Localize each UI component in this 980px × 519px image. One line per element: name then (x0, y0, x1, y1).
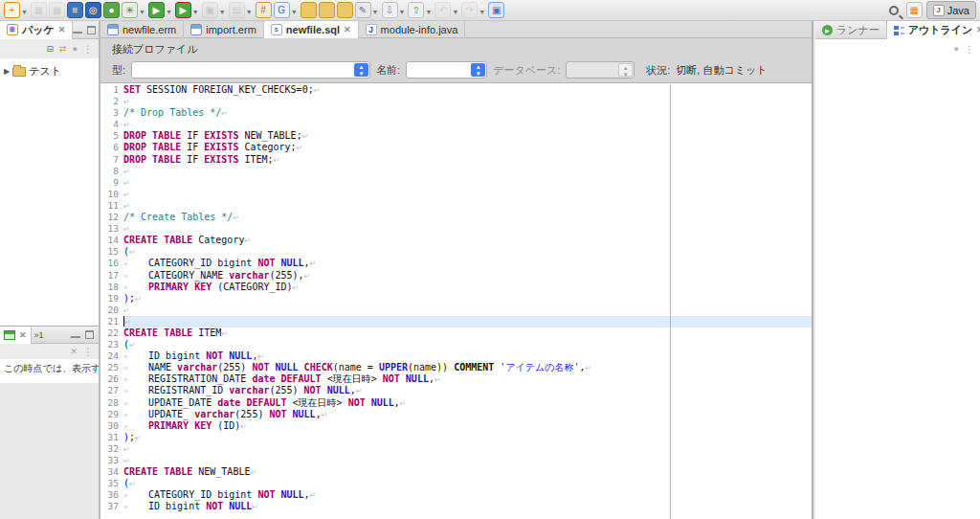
code-line[interactable]: 31);↵ (100, 432, 812, 443)
code-line[interactable]: 16»CATEGORY_ID bigint NOT NULL,↵ (100, 258, 812, 269)
view-menu-icon[interactable]: ⋮ (83, 44, 93, 55)
hidden-tabs-count[interactable]: »1 (34, 330, 44, 340)
code-line[interactable]: 18»PRIMARY KEY (CATEGORY_ID)↵ (100, 282, 812, 293)
update-icon[interactable]: ◎ (85, 2, 101, 18)
stepper-icon[interactable]: ▲▼ (471, 63, 485, 77)
annotate-icon[interactable]: ✎ (355, 2, 371, 18)
code-line[interactable]: 19);↵ (100, 293, 812, 305)
code-line[interactable]: 34CREATE TABLE NEW_TABLE↵ (100, 466, 812, 478)
dropdown-arrow-icon[interactable]: ▼ (372, 9, 379, 15)
dropdown-arrow-icon[interactable]: ▼ (291, 9, 298, 15)
minimize-icon[interactable] (73, 26, 82, 34)
code-line-content: /* Create Tables */↵ (123, 212, 812, 223)
code-line[interactable]: 25»NAME varchar(255) NOT NULL CHECK(name… (100, 362, 812, 373)
close-icon[interactable]: ✕ (19, 330, 27, 340)
code-line[interactable]: 8↵ (100, 166, 812, 177)
tree-item-project[interactable]: ▶ テスト (4, 64, 95, 79)
collapse-all-icon[interactable]: ⊟ (46, 44, 54, 54)
code-line[interactable]: 10↵ (100, 189, 812, 200)
chevron-right-icon[interactable]: ▶ (4, 67, 10, 76)
code-token: varchar (194, 409, 234, 419)
status-value: 切断, 自動コミット (676, 63, 767, 78)
code-line[interactable]: 11↵ (100, 200, 812, 212)
code-token: PRIMARY KEY (148, 282, 212, 292)
editor-tab-module-info-java[interactable]: Jmodule-info.java (359, 21, 466, 38)
maximize-icon[interactable] (87, 26, 96, 34)
code-line[interactable]: 7DROP TABLE IF EXISTS ITEM;↵ (100, 154, 812, 166)
open-type-icon[interactable] (301, 2, 317, 18)
editor-tab-newfile-erm[interactable]: newfile.erm (100, 21, 184, 38)
stepper-icon[interactable]: ▲▼ (354, 63, 368, 77)
task-icon[interactable]: ● (103, 2, 120, 18)
link-with-editor-icon[interactable]: ⇄ (59, 44, 67, 54)
sql-code-editor[interactable]: 1SET SESSION FOREIGN_KEY_CHECKS=0;↵2↵3/*… (100, 84, 812, 519)
view-menu-icon[interactable]: ⋮ (83, 347, 93, 357)
dropdown-arrow-icon[interactable]: ▼ (139, 9, 145, 15)
code-line[interactable]: 35(↵ (100, 478, 812, 489)
tab-outline[interactable]: アウトライン ✕ (887, 21, 980, 39)
tab-operations[interactable]: ✕ (0, 327, 32, 344)
code-line[interactable]: 13↵ (100, 223, 812, 235)
code-line[interactable]: 4↵ (100, 119, 812, 130)
maximize-icon[interactable] (85, 330, 94, 339)
dropdown-arrow-icon[interactable]: ▼ (166, 9, 172, 15)
code-line[interactable]: 24»ID bigint NOT NULL,↵ (100, 350, 812, 362)
dropdown-arrow-icon[interactable]: ▼ (192, 9, 199, 15)
tab-package-explorer[interactable]: ⊞ パッケ ✕ (0, 21, 73, 39)
code-line[interactable]: 36»CATEGORY_ID bigint NOT NULL,↵ (100, 489, 812, 501)
java-perspective-button[interactable]: J Java (926, 1, 976, 19)
code-line[interactable]: 5DROP TABLE IF EXISTS NEW_TABLE;↵ (100, 130, 812, 142)
view-menu-icon[interactable]: ⋮ (965, 44, 974, 55)
code-line[interactable]: 12/* Create Tables */↵ (100, 212, 812, 223)
code-line[interactable]: 37»ID bigint NOT NULL↵ (100, 501, 812, 512)
code-token: DEFAULT (281, 373, 322, 384)
code-line[interactable]: 20↵ (100, 305, 812, 316)
debug-icon[interactable]: ✳ (122, 2, 138, 18)
open-file-icon[interactable] (337, 2, 353, 18)
search-icon[interactable] (886, 2, 902, 18)
external-tools-icon[interactable]: ▶ (175, 2, 191, 18)
code-line[interactable]: 29»UPDATE_ varchar(255) NOT NULL,↵ (100, 409, 812, 420)
code-line[interactable]: 1SET SESSION FOREIGN_KEY_CHECKS=0;↵ (100, 84, 812, 96)
new-java-project-icon[interactable]: # (256, 2, 272, 18)
code-line[interactable]: 28»UPDATE_DATE date DEFAULT <現在日時> NOT N… (100, 397, 812, 409)
next-annotation-icon[interactable]: ⇩ (382, 2, 398, 18)
new-wizard-icon[interactable]: + (4, 2, 20, 18)
run-icon[interactable]: ▶ (148, 2, 165, 18)
close-icon[interactable]: ✕ (344, 25, 351, 34)
code-line[interactable]: 3/* Drop Tables */↵ (100, 107, 812, 119)
open-resource-icon[interactable] (319, 2, 335, 18)
code-line[interactable]: 26»REGISTRATION_DATE date DEFAULT <現在日時>… (100, 373, 812, 385)
editor-tab-import-erm[interactable]: import.erm (184, 21, 264, 38)
code-line[interactable]: 6DROP TABLE IF EXISTS Category;↵ (100, 142, 812, 153)
code-line[interactable]: 32↵ (100, 443, 812, 455)
code-line[interactable]: 14CREATE TABLE Category↵ (100, 235, 812, 246)
java-file-icon: J (366, 24, 377, 35)
code-line[interactable]: 9↵ (100, 177, 812, 189)
editor-tab-newfile-sql[interactable]: Snewfile.sql✕ (264, 21, 359, 38)
code-line[interactable]: 2↵ (100, 96, 812, 107)
close-icon[interactable]: ✕ (58, 25, 66, 34)
open-perspective-icon[interactable]: ▦ (906, 2, 923, 18)
minimize-icon[interactable] (71, 330, 80, 338)
code-line[interactable]: 21↵ (100, 316, 812, 327)
console-icon[interactable]: ≡ (67, 2, 83, 18)
generate-icon[interactable]: G (274, 2, 290, 18)
dropdown-arrow-icon[interactable]: ▼ (425, 9, 432, 15)
code-line[interactable]: 17»CATEGORY_NAME varchar(255),↵ (100, 270, 812, 282)
close-icon[interactable]: ✕ (976, 25, 980, 34)
dropdown-arrow-icon[interactable]: ▼ (21, 9, 28, 15)
code-line[interactable]: 27»REGISTRANT_ID varchar(255) NOT NULL,↵ (100, 385, 812, 396)
type-combobox[interactable]: ▲▼ (131, 61, 370, 79)
code-line[interactable]: 15(↵ (100, 246, 812, 258)
prev-annotation-icon[interactable]: ⇧ (408, 2, 424, 18)
code-token: CATEGORY_NAME (148, 270, 229, 281)
code-line[interactable]: 23(↵ (100, 339, 812, 350)
tab-runner[interactable]: ▶ ランナー (815, 21, 887, 39)
pin-editor-icon[interactable]: ▣ (488, 2, 504, 18)
dropdown-arrow-icon[interactable]: ▼ (399, 9, 406, 15)
code-line[interactable]: 30»PRIMARY KEY (ID)↵ (100, 420, 812, 432)
name-combobox[interactable]: ▲▼ (406, 61, 487, 79)
code-line[interactable]: 33↵ (100, 455, 812, 466)
code-line[interactable]: 22CREATE TABLE ITEM↵ (100, 327, 812, 339)
